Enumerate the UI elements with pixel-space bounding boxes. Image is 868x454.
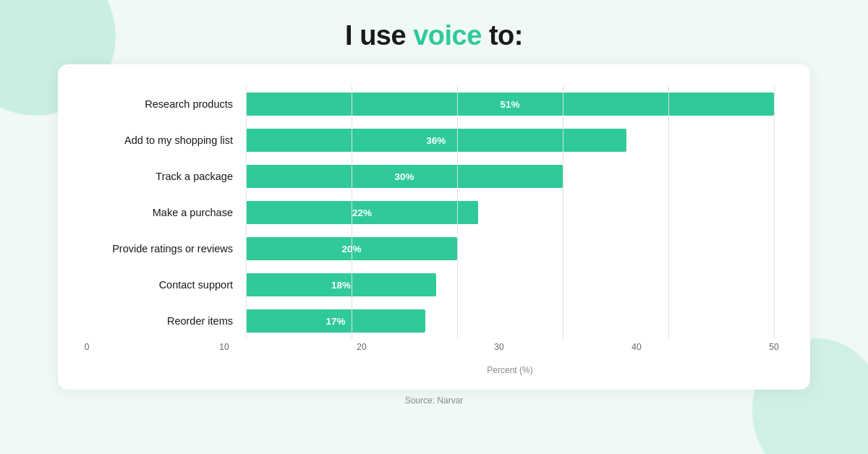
bar-row: Research products51% [87,86,774,122]
bar-container: 20% [246,237,774,260]
bar-fill: 36% [246,129,626,152]
bar-value: 20% [341,244,361,254]
bar-container: 22% [246,201,774,224]
x-axis-label: Percent (%) [87,365,774,375]
bar-container: 18% [246,273,774,296]
title-suffix: to: [482,20,523,51]
x-axis-tick: 50 [769,342,778,352]
chart-grid: Research products51%Add to my shopping l… [87,86,774,375]
bar-label: Make a purchase [87,207,246,218]
bar-fill: 30% [246,165,563,188]
bar-label: Contact support [87,279,246,291]
bar-fill: 51% [246,93,774,116]
bar-value: 36% [426,135,446,146]
bar-label: Provide ratings or reviews [87,243,246,254]
title-highlight: voice [413,20,482,51]
bar-row: Provide ratings or reviews20% [87,231,774,267]
x-axis-tick: 20 [357,342,366,352]
bar-value: 18% [331,280,351,291]
bar-label: Reorder items [87,315,246,327]
bar-fill: 18% [246,273,436,296]
bar-value: 22% [352,207,372,218]
bar-fill: 20% [246,237,457,260]
bar-fill: 17% [246,309,425,333]
bar-container: 17% [246,309,774,333]
bar-value: 51% [500,99,519,110]
page-title: I use voice to: [0,0,868,64]
bar-row: Make a purchase22% [87,194,774,231]
bar-container: 30% [246,165,774,188]
bar-fill: 22% [246,201,478,224]
x-axis-tick: 0 [85,342,90,352]
x-axis-tick: 40 [631,342,641,352]
bar-value: 30% [394,171,414,182]
chart-area: Research products51%Add to my shopping l… [87,86,774,339]
bar-container: 36% [246,129,774,152]
bar-row: Track a package30% [87,158,774,194]
bar-row: Add to my shopping list36% [87,122,774,158]
bar-row: Reorder items17% [87,303,774,339]
bar-label: Research products [87,98,246,110]
x-axis-tick: 10 [219,342,229,352]
bar-row: Contact support18% [87,267,774,303]
x-axis-tick: 30 [494,342,503,352]
bar-label: Add to my shopping list [87,134,246,146]
chart-card: Research products51%Add to my shopping l… [58,64,810,390]
bar-container: 51% [246,93,774,116]
x-axis: 01020304050 [87,342,774,362]
bar-value: 17% [326,316,346,327]
bar-label: Track a package [87,171,246,182]
grid-line [774,86,775,339]
title-prefix: I use [345,20,413,51]
source-text: Source: Narvar [0,395,868,406]
